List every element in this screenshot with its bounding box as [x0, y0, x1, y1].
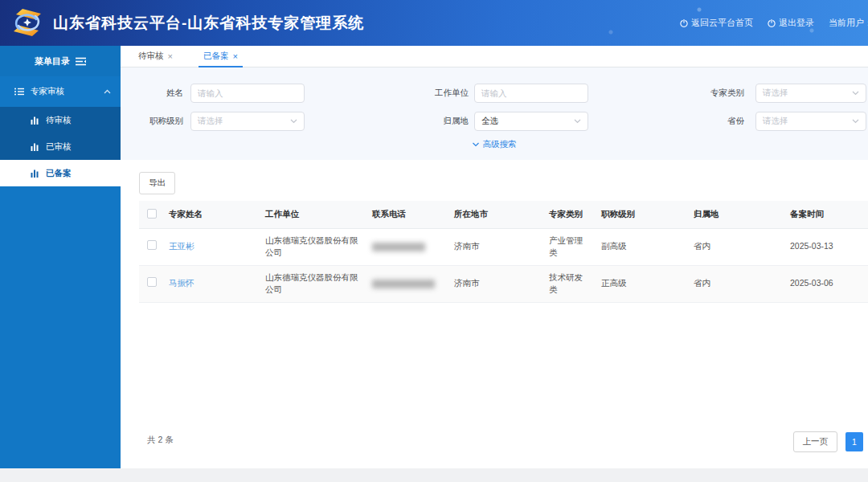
tab-pending-review[interactable]: 待审核 ×: [130, 46, 181, 67]
menu-directory-header[interactable]: 菜单目录: [0, 46, 121, 76]
sidebar-item-reviewed[interactable]: 已审核: [0, 133, 121, 160]
main-panel: 导出 专家姓名 工作单位 联系电话 所在地市 专家类别 职称级别 归属地 备案时…: [121, 160, 868, 468]
region-selected-value: 全选: [481, 116, 574, 127]
col-record-date: 备案时间: [790, 201, 868, 228]
pagination: 上一页 1: [793, 431, 864, 452]
total-count-label: 共 2 条: [147, 435, 174, 446]
sidebar: 菜单目录 专家审核 待审核: [0, 46, 121, 468]
region-cell: 省内: [694, 228, 790, 265]
category-cell: 技术研发类: [549, 265, 601, 302]
chevron-down-icon: [574, 119, 581, 124]
title-level-field-label: 职称级别: [121, 116, 183, 127]
tab-label: 已备案: [203, 51, 229, 62]
province-select[interactable]: 请选择: [755, 112, 866, 131]
top-header: 山东省科技云平台-山东省科技专家管理系统 返回云平台首页 退出登录 当前用户：山…: [0, 0, 868, 46]
menu-directory-label: 菜单目录: [35, 55, 70, 67]
chevron-up-icon: [104, 89, 111, 94]
table-row: 马振怀 山东德瑞克仪器股份有限公司 济南市 技术研发类 正高级 省内 2025-…: [139, 265, 868, 302]
current-user-label: 当前用户：山东: [829, 17, 868, 29]
col-title-level: 职称级别: [601, 201, 694, 228]
table-header-row: 专家姓名 工作单位 联系电话 所在地市 专家类别 职称级别 归属地 备案时间: [139, 201, 868, 228]
header-actions: 返回云平台首页 退出登录 当前用户：山东: [680, 0, 868, 46]
row-checkbox[interactable]: [147, 277, 157, 287]
platform-logo-icon: [11, 6, 43, 39]
name-field-label: 姓名: [121, 88, 183, 99]
back-to-cloud-home-label: 返回云平台首页: [691, 17, 753, 29]
phone-redacted: [372, 280, 435, 288]
phone-redacted: [372, 243, 425, 251]
field-name: 姓名: [121, 84, 305, 103]
category-select[interactable]: 请选择: [755, 84, 866, 103]
field-region: 归属地 全选: [404, 112, 588, 131]
name-input[interactable]: [190, 84, 305, 103]
sidebar-group-label: 专家审核: [31, 86, 64, 97]
col-phone: 联系电话: [372, 201, 454, 228]
sidebar-item-pending-review[interactable]: 待审核: [0, 107, 121, 133]
bar-chart-icon: [31, 170, 39, 178]
bar-chart-icon: [31, 143, 39, 151]
field-org: 工作单位: [404, 84, 588, 103]
field-category: 专家类别 请选择: [680, 84, 866, 103]
table-row: 王亚彬 山东德瑞克仪器股份有限公司 济南市 产业管理类 副高级 省内 2025-…: [139, 228, 868, 265]
advanced-search-label: 高级搜索: [483, 139, 517, 150]
title-level-cell: 副高级: [601, 228, 694, 265]
page-title: 山东省科技云平台-山东省科技专家管理系统: [53, 0, 364, 46]
chevron-down-icon: [852, 119, 859, 124]
field-title-level: 职称级别 请选择: [121, 112, 305, 131]
advanced-search-link[interactable]: 高级搜索: [473, 139, 517, 150]
back-to-cloud-home-link[interactable]: 返回云平台首页: [680, 17, 753, 29]
org-field-label: 工作单位: [404, 88, 469, 99]
list-icon: [14, 88, 24, 96]
title-level-cell: 正高级: [601, 265, 694, 302]
field-province: 省份 请选择: [680, 112, 866, 131]
title-level-select[interactable]: 请选择: [190, 112, 305, 131]
page-1-button[interactable]: 1: [845, 432, 863, 451]
col-expert-category: 专家类别: [549, 201, 601, 228]
power-icon: [768, 19, 776, 27]
region-select[interactable]: 全选: [474, 112, 588, 131]
col-region: 归属地: [694, 201, 790, 228]
col-city: 所在地市: [454, 201, 549, 228]
expert-name-link[interactable]: 王亚彬: [169, 241, 194, 251]
footer-strip: [0, 468, 868, 482]
region-field-label: 归属地: [404, 116, 469, 127]
category-placeholder: 请选择: [763, 88, 852, 99]
tab-label: 待审核: [138, 51, 164, 62]
export-button[interactable]: 导出: [139, 172, 175, 194]
tab-recorded[interactable]: 已备案 ×: [195, 46, 246, 67]
work-unit-cell: 山东德瑞克仪器股份有限公司: [265, 265, 372, 302]
bar-chart-icon: [31, 116, 39, 125]
org-input[interactable]: [474, 84, 588, 103]
expert-name-link[interactable]: 马振怀: [169, 278, 194, 288]
sidebar-item-recorded[interactable]: 已备案: [0, 160, 121, 186]
category-cell: 产业管理类: [549, 228, 601, 265]
menu-collapse-icon: [76, 57, 86, 66]
prev-page-button[interactable]: 上一页: [793, 431, 838, 452]
select-all-checkbox[interactable]: [147, 209, 157, 219]
tab-close-icon[interactable]: ×: [232, 51, 237, 61]
col-work-unit: 工作单位: [265, 201, 372, 228]
chevron-down-icon: [290, 119, 297, 124]
province-field-label: 省份: [680, 116, 744, 127]
power-icon: [680, 19, 688, 27]
sidebar-item-label: 已审核: [46, 141, 72, 153]
sidebar-item-label: 已备案: [46, 168, 72, 179]
logout-label: 退出登录: [779, 17, 814, 29]
row-checkbox[interactable]: [147, 240, 157, 250]
category-field-label: 专家类别: [680, 88, 744, 99]
record-date-cell: 2025-03-13: [790, 228, 868, 265]
sidebar-group-expert-review[interactable]: 专家审核: [0, 76, 121, 107]
region-cell: 省内: [694, 265, 790, 302]
city-cell: 济南市: [454, 228, 549, 265]
work-unit-cell: 山东德瑞克仪器股份有限公司: [265, 228, 372, 265]
sidebar-item-label: 待审核: [46, 115, 72, 126]
chevron-down-icon: [852, 91, 859, 96]
chevron-down-icon: [473, 142, 480, 147]
tab-bar: 待审核 × 已备案 ×: [121, 46, 868, 67]
tab-close-icon[interactable]: ×: [168, 51, 173, 61]
expert-table: 专家姓名 工作单位 联系电话 所在地市 专家类别 职称级别 归属地 备案时间 王…: [139, 201, 868, 303]
search-panel: 姓名 工作单位 专家类别 请选择 职称级别 请选择: [121, 67, 868, 160]
title-level-placeholder: 请选择: [198, 116, 290, 127]
logout-link[interactable]: 退出登录: [768, 17, 814, 29]
record-date-cell: 2025-03-06: [790, 265, 868, 302]
